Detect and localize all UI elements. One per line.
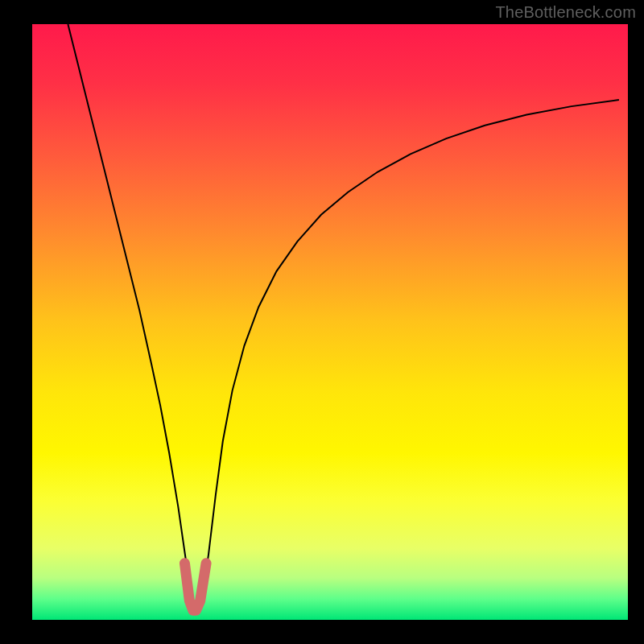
gradient-background bbox=[32, 24, 628, 620]
plot-area bbox=[32, 24, 628, 620]
watermark-text: TheBottleneck.com bbox=[495, 3, 636, 22]
chart-frame: TheBottleneck.com bbox=[0, 0, 644, 644]
chart-svg bbox=[32, 24, 628, 620]
